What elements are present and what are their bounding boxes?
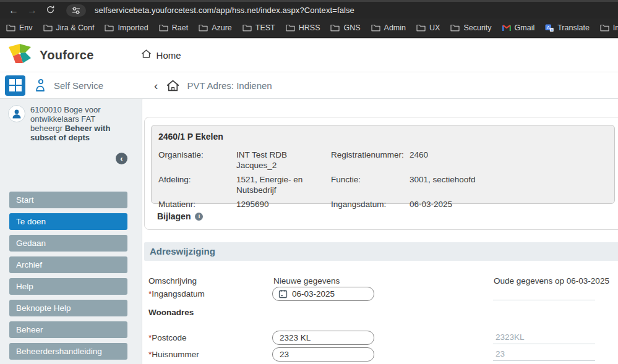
bookmark-azure[interactable]: Azure [199,23,232,32]
home-icon [141,49,152,61]
bookmark-label: Import-Export [613,23,618,32]
bookmark-jira-conf[interactable]: Jira & Conf [43,23,95,32]
browser-back-icon[interactable]: ← [9,6,19,15]
field-label: Mutatienr: [158,199,236,210]
col-new-values: Nieuwe gegevens [273,276,340,286]
bookmark-imported[interactable]: Imported [105,23,148,32]
bookmark-label: Security [463,23,491,32]
ingangsdatum-input[interactable]: 06-03-2025 [272,287,374,301]
bookmark-label: Jira & Conf [56,23,95,32]
postcode-input[interactable] [272,331,374,345]
calendar-icon[interactable] [278,289,288,298]
bookmark-ux[interactable]: UX [416,23,440,32]
breadcrumb-home-icon[interactable] [166,79,180,92]
bookmark-label: Imported [118,23,148,32]
field-label: Functie: [331,174,410,195]
folder-icon [450,24,460,32]
bookmark-label: Admin [384,23,406,32]
breadcrumb-back-icon[interactable]: ‹ [154,80,158,91]
breadcrumb-title: PVT Adres: Indienen [187,80,272,91]
field-value: 06-03-2025 [410,199,607,210]
folder-icon [330,24,340,32]
browser-window: ← → selfservicebeta.youforcetest.com/app… [0,0,618,364]
address-bar[interactable]: selfservicebeta.youforcetest.com/app/hss… [95,6,354,15]
bookmark-label: Gmail [515,23,535,32]
home-nav[interactable]: Home [141,49,181,61]
bookmark-import-export[interactable]: Import-Export [600,23,618,32]
bookmark-gns[interactable]: GNS [330,23,360,32]
field-label: Registratienummer: [331,150,410,171]
bookmark-translate[interactable]: AaTranslate [545,23,590,32]
field-value: 2460 [410,150,607,171]
bookmark-env[interactable]: Env [6,23,33,32]
info-icon[interactable]: i [195,213,203,221]
sidebar-item-gedaan[interactable]: Gedaan [9,235,127,252]
app-header: Youforce Home [0,38,618,72]
folder-icon [199,24,208,32]
sidebar-item-help[interactable]: Help [9,278,127,295]
bookmark-label: HRSS [299,23,320,32]
sidebar-item-beheer[interactable]: Beheer [9,321,127,338]
ingangsdatum-value: 06-03-2025 [292,289,335,298]
employee-fields: Organisatie:INT Test RDB Jacques_2Regist… [158,150,607,210]
sidebar-item-beheerdershandleiding[interactable]: Beheerdershandleiding [9,343,127,360]
attachments-label: Bijlagen [157,211,191,221]
user-description: 6100010 Boge voor ontwikkelaars FAT behe… [30,105,129,142]
form-row-postcode: *Postcode 2323KL [143,331,618,345]
app-grid-button[interactable] [5,75,25,96]
sidebar-item-te-doen[interactable]: Te doen [9,213,127,230]
gmail-icon [502,24,511,32]
browser-reload-icon[interactable] [46,5,55,16]
youforce-logo-icon [7,43,32,67]
svg-text:A: A [547,25,550,30]
folder-icon [6,24,15,32]
sidebar: 6100010 Boge voor ontwikkelaars FAT behe… [0,99,142,364]
sidebar-item-archief[interactable]: Archief [9,256,127,273]
user-info: 6100010 Boge voor ontwikkelaars FAT behe… [8,105,129,142]
employee-panel: 2460/1 P Ekelen Organisatie:INT Test RDB… [144,117,618,230]
sidebar-item-start[interactable]: Start [9,192,127,208]
woonadres-subheader: Woonadres [148,308,194,317]
huisnummer-label: *Huisnummer [148,350,199,359]
bookmark-security[interactable]: Security [450,23,491,32]
folder-icon [416,24,426,32]
employee-title: 2460/1 P Ekelen [158,132,607,142]
folder-icon [600,24,609,32]
field-value: 1295690 [236,199,331,210]
huisnummer-input[interactable] [272,347,374,362]
ingangsdatum-label: *Ingangsdatum [148,289,205,298]
avatar-icon [8,105,25,122]
form-column-headers: Omschrijving Nieuwe gegevens Oude gegeve… [143,274,618,286]
home-label: Home [157,50,181,61]
bookmark-label: GNS [343,23,360,32]
section-header: Adreswijziging [144,242,618,261]
bookmark-admin[interactable]: Admin [371,23,406,32]
col-description: Omschrijving [148,276,197,286]
bookmark-hrss[interactable]: HRSS [286,23,320,32]
form-row-huisnummer: *Huisnummer 23 [143,347,618,362]
bookmark-gmail[interactable]: Gmail [502,23,535,32]
site-settings-icon[interactable] [66,4,86,17]
folder-icon [286,24,295,32]
bookmark-raet[interactable]: Raet [159,23,188,32]
bookmark-test[interactable]: TEST [242,23,275,32]
browser-forward-icon[interactable]: → [27,6,37,15]
person-icon [35,78,46,93]
sidebar-item-beknopte-help[interactable]: Beknopte Help [9,300,127,316]
sidebar-menu: StartTe doenGedaanArchiefHelpBeknopte He… [9,192,127,364]
browser-toolbar: ← → selfservicebeta.youforcetest.com/app… [0,0,618,19]
bookmark-label: Azure [212,23,232,32]
form-subheader-row: Woonadres [143,307,618,321]
field-value: INT Test RDB Jacques_2 [236,150,331,171]
sidebar-collapse-button[interactable]: ‹ [116,153,127,164]
bookmark-label: Env [19,23,33,32]
bookmark-label: UX [429,23,440,32]
postcode-old-value: 2323KL [493,331,595,344]
bookmark-label: Raet [172,23,188,32]
app-label: Self Service [54,80,103,91]
translate-icon: Aa [545,23,554,32]
ingangsdatum-old-value [493,287,595,300]
field-value: 1521, Energie- en Nutsbedrijf [236,174,331,195]
address-form: Omschrijving Nieuwe gegevens Oude gegeve… [143,274,618,364]
postcode-label: *Postcode [148,333,187,342]
